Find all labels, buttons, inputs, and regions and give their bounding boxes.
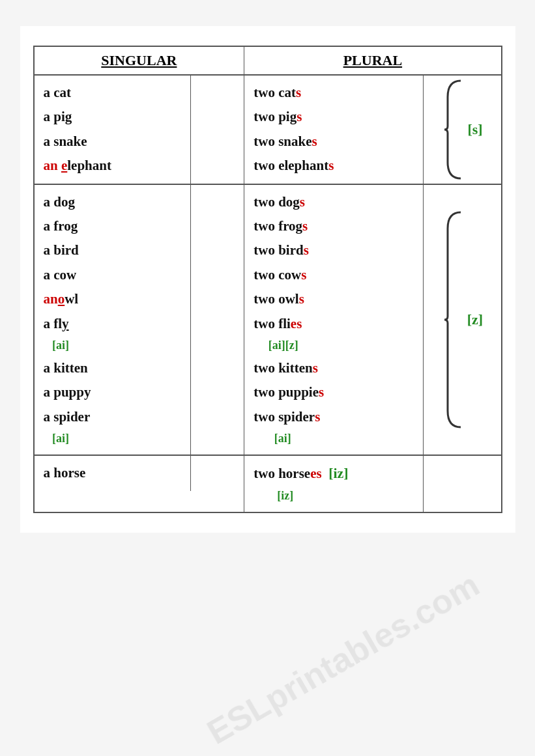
plural-horses: two horsees [iz] [253,461,413,486]
text-ai-singular: [ai] [44,337,70,354]
text-ai-z: [ai][z] [253,337,298,354]
text-frogs-s: s [302,217,308,236]
bracket-iz [423,456,501,512]
word-a-snake: a snake [44,130,181,154]
plural-snakes: two snakes [253,130,413,154]
plural-kittens: two kittens [253,356,413,380]
word-a-cat: a cat [44,81,181,105]
text-an-owl-o: o [58,290,65,309]
plural-col-z: two dogs two frogs two birds two cows [244,185,422,455]
plural-col-s: two cats two pigs two snakes two elephan… [244,76,422,184]
text-a-spider: a spider [44,408,91,427]
text-kittens-s: s [313,359,318,378]
plural-owls: two owls [253,287,413,311]
note-ai-singular: [ai] [44,336,181,356]
phoneme-s-label: [s] [467,121,482,138]
text-a-cow: a cow [44,266,77,285]
text-an-elephant-e: e [61,156,67,175]
text-a-dog: a dog [44,193,75,212]
singular-col-s: a cat a pig a snake an elephant [35,76,191,184]
plural-puppies: two puppies [253,380,413,404]
text-pigs-s: s [296,107,302,126]
text-a-snake: a snake [44,132,87,151]
text-two-spider: two spider [253,408,315,427]
section-s: a cat a pig a snake an elephant [34,75,502,184]
text-an-owl-rest: wl [65,290,78,309]
word-a-spider: a spider [44,405,181,429]
text-an-elephant-rest: lephant [67,156,111,175]
word-a-fly: a fly [44,312,181,336]
bracket-s: [s] [423,76,501,184]
text-dogs-s: s [300,193,305,212]
text-a-frog: a frog [44,217,78,236]
text-two-dog: two dog [253,193,300,212]
text-iz: [iz] [253,488,293,504]
plural-flies: two flies [253,312,413,336]
page: ESLprintables.com SINGULAR PLURAL a cat [20,26,515,533]
text-an-elephant-an: an [44,156,61,175]
section-iz: a horse two horsees [iz] [iz] [34,455,502,512]
text-birds-s: s [304,241,309,260]
bracket-z: [z] [423,185,501,455]
text-horses-es: es [310,464,322,483]
phoneme-z-label: [z] [467,311,483,328]
text-two-fli: two fli [253,315,291,333]
phoneme-iz-inline: [iz] [328,464,349,484]
text-two-owl: two owl [253,290,298,309]
bracket-z-svg [441,209,467,430]
text-cows-s: s [301,266,306,285]
word-a-puppy: a puppy [44,380,181,404]
word-a-pig: a pig [44,105,181,129]
text-snakes-s: s [312,132,317,151]
text-two-horse: two horse [253,464,310,483]
main-table: SINGULAR PLURAL a cat a pig [33,46,502,513]
section-z: a dog a frog a bird a cow an owl [34,184,502,456]
plural-elephants: two elephants [253,154,413,178]
plural-birds: two birds [253,238,413,262]
plural-layout-z: two dogs two frogs two birds two cows [244,185,500,455]
plural-cats: two cats [253,81,413,105]
singular-header: SINGULAR [34,46,244,75]
text-two-frog: two frog [253,217,302,236]
text-owls-s: s [299,290,304,309]
bracket-s-svg [441,77,467,182]
text-a-fly-y: y [62,315,69,333]
word-a-horse: a horse [44,461,181,485]
watermark: ESLprintables.com [200,565,485,751]
text-two-kitten: two kitten [253,359,312,378]
text-spiders-s: s [315,408,320,427]
text-a-kitten: a kitten [44,359,88,378]
text-two-bird: two bird [253,241,303,260]
text-a-pig: a pig [44,107,72,126]
text-two-cow: two cow [253,266,301,285]
text-a-horse: a horse [44,464,86,483]
text-a-puppy: a puppy [44,383,91,402]
text-elephants-s: s [328,156,334,175]
note-iz-plural: [iz] [253,486,413,507]
plural-layout-iz: two horsees [iz] [iz] [244,456,500,512]
text-flies-es: es [291,315,302,333]
text-a-cat: a cat [44,83,72,102]
note-ai-plural2: [ai] [253,429,413,449]
word-an-elephant: an elephant [44,154,181,178]
plural-cows: two cows [253,263,413,287]
singular-col-z: a dog a frog a bird a cow an owl [35,185,191,455]
plural-pigs: two pigs [253,105,413,129]
word-an-owl: an owl [44,287,181,311]
text-two-elephant: two elephant [253,156,328,175]
plural-spiders: two spiders [253,405,413,429]
plural-layout-s: two cats two pigs two snakes two elephan… [244,76,500,184]
plural-frogs: two frogs [253,214,413,238]
plural-dogs: two dogs [253,190,413,214]
text-a-bird: a bird [44,241,79,260]
plural-col-iz: two horsees [iz] [iz] [244,456,422,512]
word-a-bird: a bird [44,238,181,262]
text-ai-plural2: [ai] [253,430,291,447]
note-ai-z-plural: [ai][z] [253,336,413,356]
text-an-owl-an: an [44,290,58,309]
word-a-kitten: a kitten [44,356,181,380]
text-two-cat: two cat [253,83,296,102]
text-ai-singular2: [ai] [44,430,70,447]
word-a-cow: a cow [44,263,181,287]
text-two-snake: two snake [253,132,311,151]
